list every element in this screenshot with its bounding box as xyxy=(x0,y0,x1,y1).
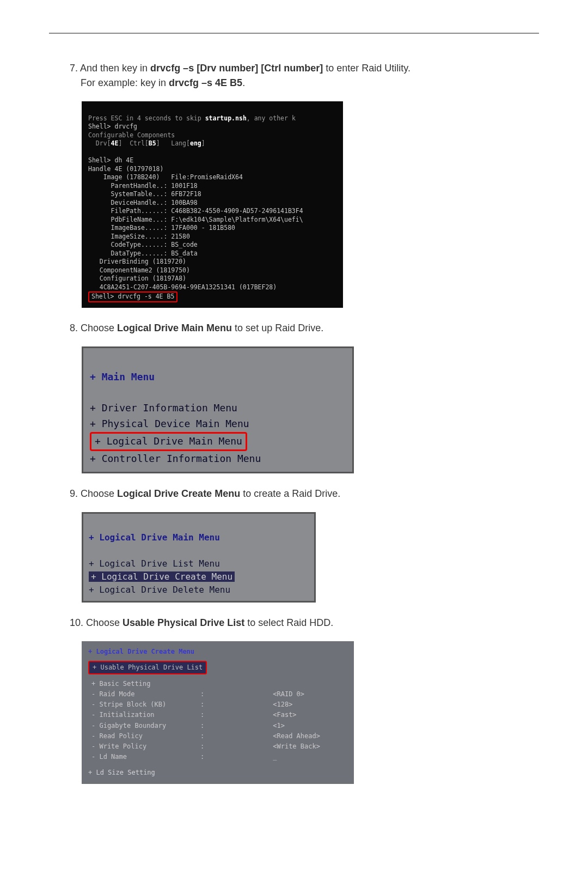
shell-screenshot: Press ESC in 4 seconds to skip startup.n… xyxy=(82,101,343,308)
setting-sep: : xyxy=(197,752,207,762)
s8-a: 8. Choose xyxy=(70,323,117,333)
table-row: - Ld Name:_ xyxy=(88,752,323,762)
m2-i1: + Logical Drive List Menu xyxy=(89,558,220,569)
header-divider xyxy=(49,33,539,34)
setting-value: <Fast> xyxy=(207,710,323,720)
setting-label: - Initialization xyxy=(88,710,197,720)
create-settings-table: + Basic Setting- Raid Mode:<RAID 0>- Str… xyxy=(88,679,323,763)
table-row: - Read Policy:<Read Ahead> xyxy=(88,731,323,741)
table-row: + Basic Setting xyxy=(88,679,323,689)
sh-l0c: , any other k xyxy=(247,114,296,122)
ld-menu-screenshot: + Logical Drive Main Menu + Logical Driv… xyxy=(82,512,316,603)
sh-l9: DeviceHandle..: 100BA98 xyxy=(88,199,198,206)
s9-b: to create a Raid Drive. xyxy=(240,488,340,499)
setting-label: + Basic Setting xyxy=(88,679,197,689)
sh-l7: ParentHandle..: 1001F18 xyxy=(88,182,198,190)
setting-sep: : xyxy=(197,689,207,699)
table-row: - Stripe Block (KB):<128> xyxy=(88,699,323,710)
m1-title: + Main Menu xyxy=(90,371,155,382)
setting-label: - Read Policy xyxy=(88,731,197,741)
sh-l1: Shell> drvcfg xyxy=(88,123,137,130)
s8-bold: Logical Drive Main Menu xyxy=(117,323,232,333)
setting-sep: : xyxy=(197,721,207,731)
sh-l0a: Press ESC in 4 seconds to skip xyxy=(88,114,205,122)
sh-l2: Configurable Components xyxy=(88,131,175,139)
sh-l3g: ] xyxy=(201,139,205,147)
setting-label: - Raid Mode xyxy=(88,689,197,699)
sh-l12: ImageBase.....: 17FA000 - 181B580 xyxy=(88,224,235,232)
sh-l4: Shell> dh 4E xyxy=(88,156,133,164)
setting-sep: : xyxy=(197,731,207,741)
cm-footer: + Ld Size Setting xyxy=(88,768,347,778)
step-8: 8. Choose Logical Drive Main Menu to set… xyxy=(70,321,539,336)
sh-l3c: ] Ctrl[ xyxy=(118,139,148,147)
sh-l8: SystemTable...: 6FB72F18 xyxy=(88,190,201,198)
sh-l0b: startup.nsh xyxy=(205,114,247,122)
step7-bold2: drvcfg –s 4E B5 xyxy=(169,77,242,88)
table-row: - Write Policy:<Write Back> xyxy=(88,741,323,752)
step7-text-b: to enter Raid Utility. xyxy=(323,63,411,74)
m2-title: + Logical Drive Main Menu xyxy=(89,532,220,543)
s8-b: to set up Raid Drive. xyxy=(232,323,323,333)
step-10: 10. Choose Usable Physical Drive List to… xyxy=(70,616,539,630)
m1-i4: + Controller Information Menu xyxy=(90,453,261,464)
sh-l6: Image (178B240) File:PromiseRaidX64 xyxy=(88,173,243,181)
sh-l3d: B5 xyxy=(149,139,156,147)
sh-l18: Configuration (18197A8) xyxy=(88,275,186,282)
sh-l16: DriverBinding (1819720) xyxy=(88,258,186,265)
step7-text-d: . xyxy=(242,77,245,88)
m2-i3: + Logical Drive Delete Menu xyxy=(89,585,230,595)
setting-value: <Write Back> xyxy=(207,741,323,752)
m1-highlight: + Logical Drive Main Menu xyxy=(90,432,247,451)
main-menu-screenshot: + Main Menu + Driver Information Menu + … xyxy=(82,346,354,474)
setting-label: - Write Policy xyxy=(88,741,197,752)
cm-title: + Logical Drive Create Menu xyxy=(88,647,347,657)
s10-b: to select Raid HDD. xyxy=(244,617,333,628)
sh-l3b: 4E xyxy=(111,139,119,147)
sh-l17: ComponentName2 (1819750) xyxy=(88,266,190,274)
step7-text-a: 7. And then key in xyxy=(70,63,150,74)
s10-a: 10. Choose xyxy=(70,617,122,628)
shell-command-highlight: Shell> drvcfg -s 4E B5 xyxy=(88,291,177,302)
setting-value: <1> xyxy=(207,721,323,731)
sh-l3f: eng xyxy=(190,139,201,147)
setting-value: <128> xyxy=(207,699,323,710)
sh-l15: DataType......: BS_data xyxy=(88,250,198,257)
sh-l13: ImageSize.....: 21580 xyxy=(88,233,190,240)
cm-highlight: + Usable Physical Drive List xyxy=(88,661,207,674)
setting-sep xyxy=(197,679,207,689)
m1-i1: + Driver Information Menu xyxy=(90,402,237,413)
setting-sep: : xyxy=(197,699,207,710)
setting-value: <Read Ahead> xyxy=(207,731,323,741)
s10-bold: Usable Physical Drive List xyxy=(122,617,244,628)
sh-l3e: ] Lang[ xyxy=(156,139,190,147)
setting-value: _ xyxy=(207,752,323,762)
m1-i2: + Physical Device Main Menu xyxy=(90,418,249,429)
m2-highlight: + Logical Drive Create Menu xyxy=(89,571,235,582)
sh-l11: PdbFileName...: F:\edk104\Sample\Platfor… xyxy=(88,216,303,223)
sh-l19: 4C8A2451-C207-405B-9694-99EA13251341 (01… xyxy=(88,283,277,291)
create-menu-screenshot: + Logical Drive Create Menu + Usable Phy… xyxy=(82,641,354,783)
table-row: - Raid Mode:<RAID 0> xyxy=(88,689,323,699)
step7-text-c: For example: key in xyxy=(81,77,169,88)
step7-bold1: drvcfg –s [Drv number] [Ctrl number] xyxy=(150,63,323,74)
s9-bold: Logical Drive Create Menu xyxy=(117,488,240,499)
setting-label: - Ld Name xyxy=(88,752,197,762)
table-row: - Gigabyte Boundary:<1> xyxy=(88,721,323,731)
sh-l10: FilePath......: C468B382-4550-4909-AD57-… xyxy=(88,207,303,215)
setting-sep: : xyxy=(197,710,207,720)
sh-l14: CodeType......: BS_code xyxy=(88,241,198,248)
s9-a: 9. Choose xyxy=(70,488,117,499)
table-row: - Initialization:<Fast> xyxy=(88,710,323,720)
setting-sep: : xyxy=(197,741,207,752)
sh-l5: Handle 4E (01797018) xyxy=(88,165,163,173)
setting-value xyxy=(207,679,323,689)
setting-value: <RAID 0> xyxy=(207,689,323,699)
setting-label: - Stripe Block (KB) xyxy=(88,699,197,710)
step-7: 7. And then key in drvcfg –s [Drv number… xyxy=(70,61,539,90)
sh-l3a: Drv[ xyxy=(88,139,111,147)
step-9: 9. Choose Logical Drive Create Menu to c… xyxy=(70,486,539,501)
setting-label: - Gigabyte Boundary xyxy=(88,721,197,731)
